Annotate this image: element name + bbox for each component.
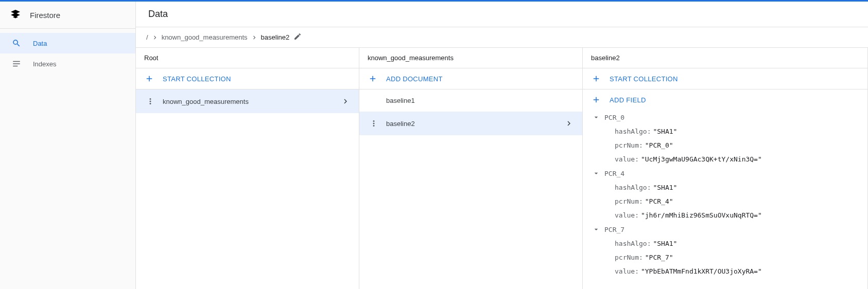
field-map-header[interactable]: PCR_7 <box>583 222 867 237</box>
start-collection-button[interactable]: START COLLECTION <box>583 68 867 89</box>
nav-label: Indexes <box>33 60 57 68</box>
document-item-label: baseline1 <box>386 97 574 104</box>
field-name: PCR_7 <box>604 226 624 233</box>
chevron-right-icon <box>151 34 159 41</box>
field-map: PCR_4 hashAlgo: "SHA1" pcrNum: "PCR_4" v… <box>583 166 867 222</box>
chevron-right-icon <box>340 97 351 106</box>
collection-item[interactable]: known_good_measurements <box>136 89 359 113</box>
plus-icon <box>144 74 154 84</box>
field-key: value: <box>615 267 639 275</box>
caret-down-icon <box>591 169 601 177</box>
field-row[interactable]: hashAlgo: "SHA1" <box>583 124 867 138</box>
field-map-header[interactable]: PCR_0 <box>583 110 867 124</box>
more-vert-icon[interactable] <box>145 97 155 106</box>
field-value: "jh6r/mMhiBiz96SmSuOVxuNqRTQ=" <box>641 211 762 219</box>
chevron-right-icon <box>251 34 258 41</box>
field-value: "PCR_7" <box>645 254 673 261</box>
breadcrumb-document-label: baseline2 <box>261 33 290 41</box>
action-label: ADD DOCUMENT <box>386 75 443 83</box>
field-row[interactable]: value: "UcMj3gwMaU9GAc3QK+tY/xNin3Q=" <box>583 152 867 166</box>
product-name: Firestore <box>30 11 60 20</box>
field-row[interactable]: value: "YPbEbATMmFnd1kXRT/OU3joXyRA=" <box>583 264 867 278</box>
firestore-logo-icon <box>9 9 22 21</box>
document-item[interactable]: baseline1 <box>359 89 582 112</box>
field-name: PCR_0 <box>604 114 624 121</box>
document-item-label: baseline2 <box>386 120 564 128</box>
field-key: pcrNum: <box>615 197 643 205</box>
edit-icon[interactable] <box>293 32 302 42</box>
breadcrumb-document[interactable]: baseline2 <box>261 32 302 42</box>
field-row[interactable]: pcrNum: "PCR_4" <box>583 194 867 208</box>
nav-label: Data <box>33 40 47 47</box>
column-header: known_good_measurements <box>359 48 582 68</box>
action-label: START COLLECTION <box>163 75 231 83</box>
field-key: value: <box>615 211 639 219</box>
field-value: "PCR_4" <box>645 197 673 205</box>
field-key: value: <box>615 155 639 163</box>
field-row[interactable]: pcrNum: "PCR_7" <box>583 250 867 264</box>
sidebar-nav: Data Indexes <box>0 29 135 74</box>
field-key: hashAlgo: <box>615 128 651 135</box>
sidebar-header: Firestore <box>0 2 135 29</box>
breadcrumb-root[interactable]: / <box>146 33 148 41</box>
chevron-right-icon <box>564 119 574 128</box>
field-row[interactable]: hashAlgo: "SHA1" <box>583 180 867 194</box>
plus-icon <box>591 74 601 84</box>
field-key: pcrNum: <box>615 141 643 149</box>
document-fields: PCR_0 hashAlgo: "SHA1" pcrNum: "PCR_0" v… <box>583 110 867 289</box>
data-columns: Root START COLLECTION known_good_measure… <box>136 48 868 289</box>
field-value: "PCR_0" <box>645 141 673 149</box>
field-map: PCR_0 hashAlgo: "SHA1" pcrNum: "PCR_0" v… <box>583 110 867 166</box>
page-title: Data <box>148 9 856 20</box>
breadcrumb-collection[interactable]: known_good_measurements <box>162 33 248 41</box>
page-header: Data <box>136 2 868 27</box>
field-value: "SHA1" <box>653 240 677 247</box>
field-value: "SHA1" <box>653 184 677 191</box>
column-collection: known_good_measurements ADD DOCUMENT bas… <box>359 48 583 289</box>
field-row[interactable]: pcrNum: "PCR_0" <box>583 138 867 152</box>
column-header: baseline2 <box>583 48 867 68</box>
more-vert-icon[interactable] <box>369 119 379 128</box>
document-list: baseline1 baseline2 <box>359 89 582 289</box>
nav-item-data[interactable]: Data <box>0 33 135 53</box>
sidebar: Firestore Data Indexes <box>0 2 136 289</box>
column-header: Root <box>136 48 359 68</box>
indexes-icon <box>11 59 22 69</box>
caret-down-icon <box>591 113 601 121</box>
field-value: "YPbEbATMmFnd1kXRT/OU3joXyRA=" <box>641 267 762 275</box>
caret-down-icon <box>591 225 601 233</box>
add-document-button[interactable]: ADD DOCUMENT <box>359 68 582 89</box>
field-map: PCR_7 hashAlgo: "SHA1" pcrNum: "PCR_7" v… <box>583 222 867 278</box>
field-key: pcrNum: <box>615 254 643 261</box>
collection-item-label: known_good_measurements <box>163 98 340 105</box>
main: Data / known_good_measurements baseline2… <box>136 2 868 289</box>
nav-item-indexes[interactable]: Indexes <box>0 53 135 74</box>
field-name: PCR_4 <box>604 170 624 177</box>
field-value: "SHA1" <box>653 128 677 135</box>
start-collection-button[interactable]: START COLLECTION <box>136 68 359 89</box>
field-row[interactable]: value: "jh6r/mMhiBiz96SmSuOVxuNqRTQ=" <box>583 208 867 222</box>
field-map-header[interactable]: PCR_4 <box>583 166 867 180</box>
plus-icon <box>591 95 601 105</box>
column-document: baseline2 START COLLECTION ADD FIELD <box>583 48 868 289</box>
collection-list: known_good_measurements <box>136 89 359 289</box>
search-icon <box>11 38 22 48</box>
action-label: ADD FIELD <box>610 96 646 104</box>
field-row[interactable]: hashAlgo: "SHA1" <box>583 237 867 250</box>
field-key: hashAlgo: <box>615 184 651 191</box>
plus-icon <box>368 74 378 84</box>
field-key: hashAlgo: <box>615 240 651 247</box>
action-label: START COLLECTION <box>610 75 678 83</box>
add-field-button[interactable]: ADD FIELD <box>583 89 867 110</box>
column-root: Root START COLLECTION known_good_measure… <box>136 48 359 289</box>
breadcrumb: / known_good_measurements baseline2 <box>136 27 868 48</box>
field-value: "UcMj3gwMaU9GAc3QK+tY/xNin3Q=" <box>641 155 762 163</box>
document-item[interactable]: baseline2 <box>359 112 582 135</box>
